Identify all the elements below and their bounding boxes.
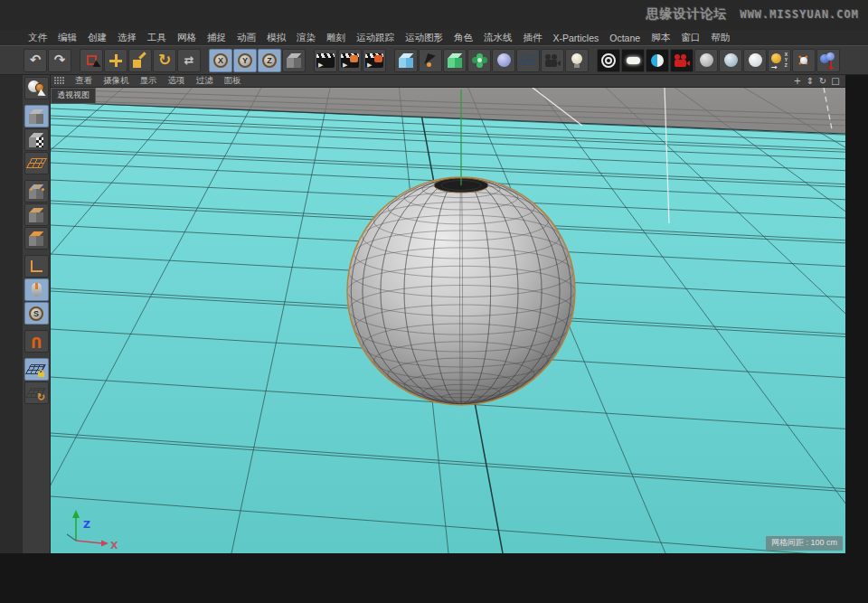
octane-hdri-button[interactable]	[646, 49, 669, 72]
menu-item-19[interactable]: 脚本	[646, 32, 675, 44]
scale-tool-button[interactable]	[128, 49, 152, 72]
octane-arealight-button[interactable]	[621, 49, 645, 72]
add-camera-button[interactable]	[541, 49, 564, 72]
align-workplane-icon: ↻	[25, 382, 48, 403]
viewport-menu-2[interactable]: 摄像机	[98, 75, 135, 87]
menu-item-13[interactable]: 运动图形	[401, 32, 448, 44]
rotate-tool-button[interactable]: ↻	[153, 49, 176, 72]
menu-item-17[interactable]: X-Particles	[549, 33, 604, 43]
view-label[interactable]: 透视视图	[51, 88, 96, 104]
menu-item-20[interactable]: 窗口	[676, 32, 704, 44]
export-object-button[interactable]: ↓	[816, 49, 840, 72]
panel-drag-handle-icon[interactable]	[54, 77, 67, 86]
snap-toggle-icon: S	[25, 303, 48, 324]
menu-item-18[interactable]: Octane	[605, 33, 645, 43]
menu-item-11[interactable]: 雕刻	[322, 32, 350, 44]
octane-scatter-button[interactable]: ×	[792, 49, 816, 72]
add-deformer-button[interactable]	[492, 49, 515, 72]
enable-axis-button[interactable]	[24, 255, 49, 278]
live-selection-button[interactable]	[80, 49, 103, 72]
lock-x-axis-button[interactable]: X	[209, 49, 232, 72]
viewport-menu-4[interactable]: 选项	[163, 75, 191, 87]
viewport-solo-button[interactable]	[24, 278, 49, 301]
menu-item-7[interactable]: 捕捉	[203, 32, 231, 44]
make-editable-icon	[25, 78, 48, 99]
viewport-pan-icon[interactable]: +	[791, 76, 804, 86]
viewport-zoom-icon[interactable]: ⇕	[804, 76, 816, 86]
xyz-helper-icon: XYZ→	[769, 50, 790, 71]
material-diffuse-icon	[695, 50, 717, 71]
render-settings-button[interactable]: ▶	[338, 49, 362, 72]
workplane-mode-button[interactable]	[24, 152, 49, 174]
render-queue-button[interactable]: ▶	[363, 49, 386, 72]
align-workplane-button[interactable]: ↻	[24, 382, 49, 404]
add-mograph-button[interactable]	[467, 49, 491, 72]
menu-item-6[interactable]: 网格	[173, 32, 201, 44]
add-deformer-icon	[493, 50, 514, 71]
viewport-panel: 查看摄像机显示选项过滤面板 +⇕↻□ ZX 透视视图 网格间距 : 100 cm	[51, 75, 845, 553]
viewport-3d-view[interactable]: ZX 透视视图 网格间距 : 100 cm	[51, 88, 845, 553]
lock-y-axis-button[interactable]: Y	[233, 49, 257, 72]
lock-z-axis-button[interactable]: Z	[258, 49, 281, 72]
last-tool-icon: ⇄	[178, 50, 200, 71]
rotate-tool-icon: ↻	[154, 50, 175, 71]
viewport-menu-3[interactable]: 显示	[135, 75, 163, 87]
menu-item-21[interactable]: 帮助	[706, 32, 734, 44]
render-view-button[interactable]: ▶	[314, 49, 337, 72]
octane-scatter-icon: ×	[793, 50, 815, 71]
lock-z-axis-icon: Z	[259, 50, 280, 71]
redo-button[interactable]: ↷	[48, 49, 71, 72]
octane-target-button[interactable]	[597, 49, 620, 72]
model-mode-button[interactable]	[24, 105, 49, 127]
last-tool-button[interactable]: ⇄	[177, 49, 201, 72]
points-mode-button[interactable]	[24, 180, 49, 203]
menu-item-8[interactable]: 动画	[232, 32, 260, 44]
viewport-menu-1[interactable]: 查看	[70, 75, 98, 87]
add-environment-button[interactable]	[516, 49, 540, 72]
texture-mode-button[interactable]	[24, 128, 49, 151]
render-queue-icon: ▶	[363, 50, 385, 71]
lock-workplane-button[interactable]	[24, 358, 49, 381]
add-generator-button[interactable]	[443, 49, 467, 72]
svg-text:Z: Z	[83, 519, 90, 531]
xyz-helper-button[interactable]: XYZ→	[768, 49, 791, 72]
export-object-icon: ↓	[817, 50, 839, 71]
add-light-icon	[566, 50, 588, 71]
magnet-snap-button[interactable]: U	[24, 330, 49, 353]
viewport-rotate-icon[interactable]: ↻	[816, 76, 829, 86]
menu-item-2[interactable]: 编辑	[53, 32, 81, 44]
menu-item-14[interactable]: 角色	[449, 32, 477, 44]
draw-spline-button[interactable]	[419, 49, 442, 72]
add-light-button[interactable]	[565, 49, 589, 72]
move-tool-icon	[105, 50, 127, 71]
undo-icon: ↶	[24, 50, 46, 71]
coordinate-system-icon	[283, 50, 305, 71]
undo-button[interactable]: ↶	[24, 49, 47, 72]
menu-item-4[interactable]: 选择	[113, 32, 141, 44]
lock-workplane-icon	[25, 359, 48, 380]
workplane-mode-icon	[25, 153, 48, 174]
menu-item-3[interactable]: 创建	[83, 32, 111, 44]
viewport-menu-5[interactable]: 过滤	[191, 75, 219, 87]
material-diffuse-button[interactable]	[694, 49, 718, 72]
octane-camera-button[interactable]	[670, 49, 693, 72]
viewport-maximize-icon[interactable]: □	[829, 76, 842, 86]
menu-item-16[interactable]: 插件	[519, 32, 547, 44]
menu-item-9[interactable]: 模拟	[262, 32, 290, 44]
menu-item-1[interactable]: 文件	[24, 32, 52, 44]
polygons-mode-button[interactable]	[24, 227, 49, 250]
viewport-menu-6[interactable]: 面板	[219, 75, 247, 87]
edges-mode-button[interactable]	[24, 203, 49, 226]
menu-item-15[interactable]: 流水线	[479, 32, 517, 44]
menu-item-12[interactable]: 运动跟踪	[352, 32, 399, 44]
coordinate-system-button[interactable]	[282, 49, 306, 72]
add-generator-icon	[444, 50, 466, 71]
menu-item-10[interactable]: 渲染	[292, 32, 320, 44]
make-editable-button[interactable]	[24, 77, 49, 99]
material-glossy-button[interactable]	[719, 49, 742, 72]
menu-item-5[interactable]: 工具	[143, 32, 171, 44]
material-specular-button[interactable]	[743, 49, 767, 72]
snap-toggle-button[interactable]: S	[24, 302, 49, 325]
move-tool-button[interactable]	[104, 49, 127, 72]
add-primitive-button[interactable]	[394, 49, 418, 72]
